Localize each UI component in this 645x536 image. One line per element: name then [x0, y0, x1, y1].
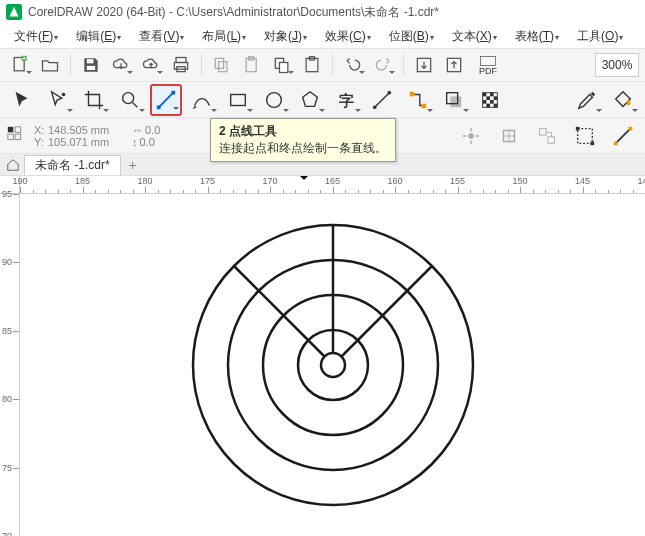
zoom-tool[interactable] — [114, 84, 146, 116]
parallel-dimension-tool[interactable] — [366, 84, 398, 116]
x-label: X: — [34, 124, 46, 136]
import-button[interactable] — [410, 51, 438, 79]
svg-rect-51 — [591, 141, 595, 145]
menu-object[interactable]: 对象(J)▾ — [256, 25, 315, 48]
canvas[interactable] — [20, 194, 645, 536]
svg-rect-35 — [490, 92, 494, 96]
separator — [403, 54, 404, 76]
print-button[interactable] — [167, 51, 195, 79]
separator — [201, 54, 202, 76]
prop-btn-3[interactable] — [531, 120, 563, 152]
toolbox: 字 — [0, 82, 645, 118]
new-button[interactable] — [6, 51, 34, 79]
export-button[interactable] — [440, 51, 468, 79]
menu-text[interactable]: 文本(X)▾ — [444, 25, 505, 48]
svg-rect-23 — [231, 94, 246, 105]
tooltip-desc: 连接起点和终点绘制一条直线。 — [219, 140, 387, 157]
redo-button[interactable] — [369, 51, 397, 79]
svg-rect-22 — [172, 90, 176, 94]
svg-rect-36 — [486, 96, 490, 100]
document-tab[interactable]: 未命名 -1.cdr* — [24, 155, 121, 175]
y-value[interactable]: 105.071 mm — [48, 136, 118, 148]
menu-tools[interactable]: 工具(O)▾ — [569, 25, 631, 48]
clipboard-button[interactable] — [298, 51, 326, 79]
save-button[interactable] — [77, 51, 105, 79]
svg-rect-12 — [280, 63, 288, 73]
svg-rect-38 — [483, 100, 487, 104]
coordinates: X:148.505 mm Y:105.071 mm — [34, 124, 118, 148]
menu-bitmap[interactable]: 位图(B)▾ — [381, 25, 442, 48]
two-point-line-tool[interactable] — [150, 84, 182, 116]
pick-tool[interactable] — [6, 84, 38, 116]
svg-rect-34 — [483, 92, 487, 96]
home-icon[interactable] — [4, 156, 22, 174]
fill-tool[interactable] — [607, 84, 639, 116]
bounding-box-button[interactable] — [569, 120, 601, 152]
ellipse-tool[interactable] — [258, 84, 290, 116]
svg-line-61 — [234, 266, 325, 357]
menu-edit[interactable]: 编辑(E)▾ — [68, 25, 129, 48]
window-title: CorelDRAW 2020 (64-Bit) - C:\Users\Admin… — [28, 4, 439, 21]
svg-rect-4 — [176, 58, 186, 63]
polygon-tool[interactable] — [294, 84, 326, 116]
svg-rect-2 — [87, 59, 94, 63]
separator — [70, 54, 71, 76]
crop-tool[interactable] — [78, 84, 110, 116]
svg-rect-48 — [548, 136, 554, 142]
artistic-media-tool[interactable] — [186, 84, 218, 116]
prop-btn-1[interactable] — [455, 120, 487, 152]
width-icon: ↔ — [132, 124, 143, 136]
width-value[interactable]: 0.0 — [145, 124, 167, 136]
property-bar: X:148.505 mm Y:105.071 mm ↔0.0 ↕0.0 2 点线… — [0, 118, 645, 154]
svg-line-20 — [159, 92, 174, 107]
svg-rect-43 — [15, 126, 21, 131]
add-tab-button[interactable]: + — [123, 156, 143, 174]
menu-file[interactable]: 文件(F)▾ — [6, 25, 66, 48]
svg-rect-21 — [157, 105, 161, 109]
svg-text:字: 字 — [339, 91, 354, 108]
svg-rect-50 — [576, 126, 580, 130]
open-button[interactable] — [36, 51, 64, 79]
workspace: 190185180175170165160155150145140 959085… — [0, 176, 645, 536]
svg-point-28 — [388, 90, 392, 94]
svg-rect-39 — [490, 100, 494, 104]
cloud-download-button[interactable] — [107, 51, 135, 79]
pdf-button[interactable]: PDF — [470, 51, 506, 79]
shape-tool[interactable] — [42, 84, 74, 116]
horizontal-ruler[interactable]: 190185180175170165160155150145140 — [20, 176, 645, 194]
cloud-upload-button[interactable] — [137, 51, 165, 79]
drop-shadow-tool[interactable] — [438, 84, 470, 116]
svg-point-59 — [321, 353, 345, 377]
close-curve-button[interactable] — [607, 120, 639, 152]
svg-rect-29 — [410, 91, 415, 96]
svg-rect-37 — [494, 96, 498, 100]
svg-rect-40 — [486, 103, 490, 107]
svg-rect-17 — [481, 56, 496, 65]
vertical-ruler[interactable]: 959085807570 — [0, 194, 20, 536]
svg-rect-49 — [578, 128, 593, 143]
menu-effects[interactable]: 效果(C)▾ — [317, 25, 379, 48]
menu-view[interactable]: 查看(V)▾ — [131, 25, 192, 48]
undo-button[interactable] — [339, 51, 367, 79]
connector-tool[interactable] — [402, 84, 434, 116]
svg-line-52 — [616, 128, 631, 143]
zoom-input[interactable]: 300% — [595, 53, 639, 77]
menu-layout[interactable]: 布局(L)▾ — [194, 25, 254, 48]
menu-table[interactable]: 表格(T)▾ — [507, 25, 567, 48]
copy-button[interactable] — [208, 51, 236, 79]
svg-rect-45 — [15, 134, 21, 140]
rectangle-tool[interactable] — [222, 84, 254, 116]
duplicate-button[interactable] — [268, 51, 296, 79]
position-icon — [6, 125, 28, 147]
transparency-tool[interactable] — [474, 84, 506, 116]
height-value[interactable]: 0.0 — [140, 136, 162, 148]
menu-bar: 文件(F)▾ 编辑(E)▾ 查看(V)▾ 布局(L)▾ 对象(J)▾ 效果(C)… — [0, 24, 645, 48]
pdf-label: PDF — [479, 67, 497, 76]
prop-btn-2[interactable] — [493, 120, 525, 152]
standard-toolbar: PDF 300% — [0, 48, 645, 82]
dimensions: ↔0.0 ↕0.0 — [132, 124, 167, 148]
x-value[interactable]: 148.505 mm — [48, 124, 118, 136]
text-tool[interactable]: 字 — [330, 84, 362, 116]
paste-button[interactable] — [238, 51, 266, 79]
eyedropper-tool[interactable] — [571, 84, 603, 116]
